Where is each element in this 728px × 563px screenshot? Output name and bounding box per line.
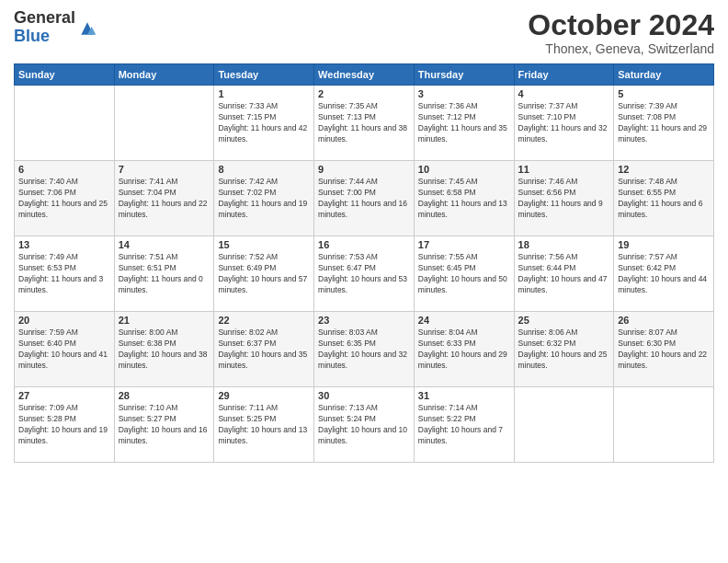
calendar-cell (614, 387, 714, 463)
day-number: 30 (318, 390, 410, 401)
calendar-cell: 19Sunrise: 7:57 AMSunset: 6:42 PMDayligh… (614, 236, 714, 312)
day-info: Sunrise: 7:53 AMSunset: 6:47 PMDaylight:… (318, 252, 410, 296)
calendar-week-row: 27Sunrise: 7:09 AMSunset: 5:28 PMDayligh… (15, 387, 714, 463)
header: General Blue October 2024 Thonex, Geneva… (14, 9, 714, 56)
calendar-cell: 29Sunrise: 7:11 AMSunset: 5:25 PMDayligh… (214, 387, 314, 463)
day-info: Sunrise: 8:02 AMSunset: 6:37 PMDaylight:… (218, 327, 310, 372)
calendar-cell: 14Sunrise: 7:51 AMSunset: 6:51 PMDayligh… (114, 236, 214, 312)
calendar-cell: 7Sunrise: 7:41 AMSunset: 7:04 PMDaylight… (114, 161, 214, 236)
day-info: Sunrise: 7:35 AMSunset: 7:13 PMDaylight:… (318, 101, 410, 145)
calendar-cell: 12Sunrise: 7:48 AMSunset: 6:55 PMDayligh… (614, 161, 714, 236)
day-info: Sunrise: 7:39 AMSunset: 7:08 PMDaylight:… (618, 101, 710, 145)
day-info: Sunrise: 7:37 AMSunset: 7:10 PMDaylight:… (518, 101, 610, 145)
calendar-cell: 3Sunrise: 7:36 AMSunset: 7:12 PMDaylight… (414, 86, 514, 161)
calendar-day-header: Wednesday (314, 64, 415, 86)
day-number: 4 (518, 88, 610, 99)
calendar-week-row: 13Sunrise: 7:49 AMSunset: 6:53 PMDayligh… (15, 236, 714, 312)
month-title: October 2024 (528, 9, 714, 41)
calendar-cell: 28Sunrise: 7:10 AMSunset: 5:27 PMDayligh… (114, 387, 214, 463)
calendar-cell: 21Sunrise: 8:00 AMSunset: 6:38 PMDayligh… (114, 312, 214, 387)
calendar-cell (15, 86, 115, 161)
calendar-cell: 13Sunrise: 7:49 AMSunset: 6:53 PMDayligh… (15, 236, 115, 312)
day-info: Sunrise: 8:03 AMSunset: 6:35 PMDaylight:… (318, 327, 410, 372)
day-number: 13 (18, 239, 110, 250)
calendar-cell: 1Sunrise: 7:33 AMSunset: 7:15 PMDaylight… (214, 86, 314, 161)
calendar-cell: 16Sunrise: 7:53 AMSunset: 6:47 PMDayligh… (314, 236, 415, 312)
day-info: Sunrise: 7:36 AMSunset: 7:12 PMDaylight:… (418, 101, 510, 145)
logo-general: General (14, 9, 75, 28)
day-info: Sunrise: 7:48 AMSunset: 6:55 PMDaylight:… (618, 177, 710, 221)
day-number: 15 (218, 239, 310, 250)
day-info: Sunrise: 7:11 AMSunset: 5:25 PMDaylight:… (218, 403, 310, 447)
calendar-cell: 30Sunrise: 7:13 AMSunset: 5:24 PMDayligh… (314, 387, 415, 463)
day-info: Sunrise: 8:04 AMSunset: 6:33 PMDaylight:… (418, 327, 510, 372)
day-number: 14 (119, 239, 210, 250)
calendar-cell: 4Sunrise: 7:37 AMSunset: 7:10 PMDaylight… (514, 86, 614, 161)
day-number: 28 (119, 390, 210, 401)
calendar-cell (114, 86, 214, 161)
day-number: 24 (418, 315, 510, 326)
title-section: October 2024 Thonex, Geneva, Switzerland (528, 9, 714, 56)
day-number: 16 (318, 239, 410, 250)
calendar-cell: 8Sunrise: 7:42 AMSunset: 7:02 PMDaylight… (214, 161, 314, 236)
location: Thonex, Geneva, Switzerland (528, 41, 714, 56)
day-info: Sunrise: 7:14 AMSunset: 5:22 PMDaylight:… (418, 403, 510, 447)
day-info: Sunrise: 7:42 AMSunset: 7:02 PMDaylight:… (218, 177, 310, 221)
calendar-cell: 26Sunrise: 8:07 AMSunset: 6:30 PMDayligh… (614, 312, 714, 387)
day-info: Sunrise: 7:33 AMSunset: 7:15 PMDaylight:… (218, 101, 310, 145)
calendar-cell: 31Sunrise: 7:14 AMSunset: 5:22 PMDayligh… (414, 387, 514, 463)
calendar-cell: 15Sunrise: 7:52 AMSunset: 6:49 PMDayligh… (214, 236, 314, 312)
calendar-header-row: SundayMondayTuesdayWednesdayThursdayFrid… (15, 64, 714, 86)
day-number: 12 (618, 164, 710, 175)
calendar-cell: 27Sunrise: 7:09 AMSunset: 5:28 PMDayligh… (15, 387, 115, 463)
day-info: Sunrise: 8:07 AMSunset: 6:30 PMDaylight:… (618, 327, 710, 372)
day-number: 7 (119, 164, 210, 175)
calendar-week-row: 20Sunrise: 7:59 AMSunset: 6:40 PMDayligh… (15, 312, 714, 387)
day-info: Sunrise: 8:06 AMSunset: 6:32 PMDaylight:… (518, 327, 610, 372)
day-number: 10 (418, 164, 510, 175)
day-info: Sunrise: 7:13 AMSunset: 5:24 PMDaylight:… (318, 403, 410, 447)
day-number: 21 (119, 315, 210, 326)
day-number: 9 (318, 164, 410, 175)
logo: General Blue (14, 9, 97, 46)
day-number: 2 (318, 88, 410, 99)
calendar-cell: 20Sunrise: 7:59 AMSunset: 6:40 PMDayligh… (15, 312, 115, 387)
day-info: Sunrise: 7:49 AMSunset: 6:53 PMDaylight:… (18, 252, 110, 296)
day-info: Sunrise: 7:59 AMSunset: 6:40 PMDaylight:… (18, 327, 110, 372)
day-number: 19 (618, 239, 710, 250)
day-number: 29 (218, 390, 310, 401)
day-info: Sunrise: 7:52 AMSunset: 6:49 PMDaylight:… (218, 252, 310, 296)
calendar-cell: 24Sunrise: 8:04 AMSunset: 6:33 PMDayligh… (414, 312, 514, 387)
page: General Blue October 2024 Thonex, Geneva… (0, 0, 728, 563)
day-number: 18 (518, 239, 610, 250)
day-info: Sunrise: 7:09 AMSunset: 5:28 PMDaylight:… (18, 403, 110, 447)
day-number: 17 (418, 239, 510, 250)
day-number: 3 (418, 88, 510, 99)
day-number: 1 (218, 88, 310, 99)
day-info: Sunrise: 7:51 AMSunset: 6:51 PMDaylight:… (119, 252, 210, 296)
calendar-cell: 6Sunrise: 7:40 AMSunset: 7:06 PMDaylight… (15, 161, 115, 236)
calendar-day-header: Sunday (15, 64, 115, 86)
calendar-week-row: 6Sunrise: 7:40 AMSunset: 7:06 PMDaylight… (15, 161, 714, 236)
day-number: 20 (18, 315, 110, 326)
calendar-cell: 9Sunrise: 7:44 AMSunset: 7:00 PMDaylight… (314, 161, 415, 236)
calendar-cell: 23Sunrise: 8:03 AMSunset: 6:35 PMDayligh… (314, 312, 415, 387)
day-info: Sunrise: 7:44 AMSunset: 7:00 PMDaylight:… (318, 177, 410, 221)
day-number: 26 (618, 315, 710, 326)
logo-blue: Blue (14, 28, 75, 46)
calendar-day-header: Monday (114, 64, 214, 86)
day-info: Sunrise: 7:57 AMSunset: 6:42 PMDaylight:… (618, 252, 710, 296)
day-info: Sunrise: 7:41 AMSunset: 7:04 PMDaylight:… (119, 177, 210, 221)
calendar-cell: 25Sunrise: 8:06 AMSunset: 6:32 PMDayligh… (514, 312, 614, 387)
logo-icon (78, 19, 97, 38)
calendar: SundayMondayTuesdayWednesdayThursdayFrid… (14, 63, 714, 463)
calendar-week-row: 1Sunrise: 7:33 AMSunset: 7:15 PMDaylight… (15, 86, 714, 161)
day-number: 22 (218, 315, 310, 326)
day-number: 25 (518, 315, 610, 326)
day-number: 6 (18, 164, 110, 175)
calendar-cell: 10Sunrise: 7:45 AMSunset: 6:58 PMDayligh… (414, 161, 514, 236)
calendar-day-header: Saturday (614, 64, 714, 86)
calendar-cell: 18Sunrise: 7:56 AMSunset: 6:44 PMDayligh… (514, 236, 614, 312)
calendar-day-header: Friday (514, 64, 614, 86)
calendar-cell: 17Sunrise: 7:55 AMSunset: 6:45 PMDayligh… (414, 236, 514, 312)
